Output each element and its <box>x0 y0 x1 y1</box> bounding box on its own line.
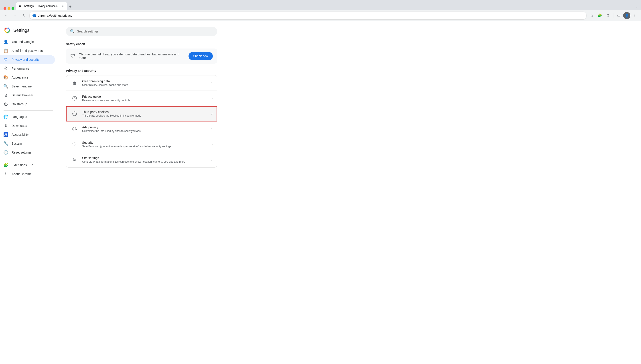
default-browser-icon: 🖥 <box>4 93 8 98</box>
tab-close-btn[interactable]: × <box>61 4 64 8</box>
extensions-btn[interactable]: 🧩 <box>596 12 604 19</box>
svg-point-13 <box>73 158 74 159</box>
search-input[interactable] <box>77 30 213 33</box>
google-logo <box>4 27 11 34</box>
site-settings-item[interactable]: Site settings Controls what information … <box>66 152 217 167</box>
sidebar-label-accessibility: Accessibility <box>12 133 28 136</box>
svg-point-7 <box>75 114 76 114</box>
ads-privacy-subtitle: Customise the info used by sites to show… <box>82 130 208 132</box>
sidebar-item-downloads[interactable]: ⬇ Downloads <box>0 121 55 130</box>
svg-point-5 <box>75 113 75 113</box>
sidebar-item-you-and-google[interactable]: 👤 You and Google <box>0 38 55 46</box>
sidebar-item-autofill[interactable]: 📋 Autofill and passwords <box>0 46 55 55</box>
main-area: Settings 👤 You and Google 📋 Autofill and… <box>0 21 641 364</box>
ads-privacy-item[interactable]: Ads privacy Customise the info used by s… <box>66 122 217 137</box>
startup-icon: ⏻ <box>4 102 8 106</box>
settings-gear-btn[interactable]: ⚙ <box>604 12 612 19</box>
svg-point-8 <box>72 127 76 131</box>
avatar: 👤 <box>624 13 629 18</box>
sidebar-item-system[interactable]: 🔧 System <box>0 139 55 148</box>
check-now-button[interactable]: Check now <box>188 52 213 60</box>
sidebar-item-default-browser[interactable]: 🖥 Default browser <box>0 91 55 100</box>
chevron-right-icon-5: › <box>212 142 212 146</box>
sidebar-toggle-btn[interactable]: ▭ <box>615 12 622 19</box>
sidebar-item-on-startup[interactable]: ⏻ On start-up <box>0 100 55 108</box>
sidebar-item-search[interactable]: 🔍 Search engine <box>0 82 55 91</box>
sidebar-label-appearance: Appearance <box>12 76 28 79</box>
clear-browsing-subtitle: Clear history, cookies, cache and more <box>82 84 208 86</box>
sidebar-nav-group-2: 🌐 Languages ⬇ Downloads ♿ Accessibility … <box>0 112 57 157</box>
security-shield-icon: 🛡 <box>70 140 78 148</box>
downloads-icon: ⬇ <box>4 124 8 128</box>
bookmark-btn[interactable]: ☆ <box>588 12 595 19</box>
security-icon: 🔵 <box>32 14 36 17</box>
puzzle-icon: 🧩 <box>598 13 602 18</box>
third-party-cookies-subtitle: Third-party cookies are blocked in Incog… <box>82 114 208 117</box>
svg-point-1 <box>72 96 76 100</box>
back-btn[interactable]: ← <box>3 12 10 19</box>
shield-icon: 🛡 <box>4 58 8 62</box>
sidebar-label-system: System <box>12 142 22 145</box>
autofill-icon: 📋 <box>4 48 8 53</box>
sidebar-item-about[interactable]: ℹ About Chrome <box>0 170 55 178</box>
chevron-right-icon-4: › <box>212 127 212 131</box>
sidebar-nav-group-1: 👤 You and Google 📋 Autofill and password… <box>0 38 57 108</box>
privacy-guide-icon <box>70 94 78 102</box>
settings-page-title: Settings <box>13 28 30 33</box>
profile-btn[interactable]: 👤 <box>623 12 630 19</box>
minimize-window-btn[interactable] <box>8 7 10 10</box>
svg-point-15 <box>74 160 74 161</box>
privacy-section-title: Privacy and security <box>66 69 632 72</box>
address-bar[interactable]: 🔵 chrome://settings/privacy <box>30 12 586 20</box>
address-text: chrome://settings/privacy <box>38 14 584 17</box>
sidebar-nav-group-3: 🧩 Extensions ↗ ℹ About Chrome <box>0 161 57 178</box>
back-icon: ← <box>4 14 8 18</box>
performance-icon: ⏱ <box>4 66 8 71</box>
external-link-icon: ↗ <box>31 164 34 167</box>
refresh-btn[interactable]: ↻ <box>20 12 28 19</box>
privacy-settings-list: 🗑 Clear browsing data Clear history, coo… <box>66 75 217 168</box>
safety-check-description: Chrome can help keep you safe from data … <box>79 52 185 60</box>
sidebar: Settings 👤 You and Google 📋 Autofill and… <box>0 21 57 364</box>
system-icon: 🔧 <box>4 141 8 146</box>
safety-shield-icon: 🛡 <box>70 53 75 59</box>
active-tab[interactable]: ⚙ Settings – Privacy and secu... × <box>16 2 67 10</box>
sidebar-item-accessibility[interactable]: ♿ Accessibility <box>0 130 55 139</box>
new-tab-btn[interactable]: + <box>67 4 74 10</box>
svg-point-14 <box>75 159 76 160</box>
security-item[interactable]: 🛡 Security Safe Browsing (protection fro… <box>66 137 217 152</box>
sidebar-item-reset[interactable]: 🕐 Reset settings <box>0 148 55 157</box>
svg-point-2 <box>74 98 75 99</box>
more-icon: ⋮ <box>633 13 636 18</box>
clear-browsing-data-item[interactable]: 🗑 Clear browsing data Clear history, coo… <box>66 76 217 91</box>
refresh-icon: ↻ <box>23 13 26 18</box>
appearance-icon: 🎨 <box>4 75 8 80</box>
chevron-right-icon-3: › <box>212 112 212 116</box>
cookies-icon <box>70 110 78 118</box>
extensions-nav-icon: 🧩 <box>4 163 8 167</box>
sidebar-item-languages[interactable]: 🌐 Languages <box>0 112 55 121</box>
maximize-window-btn[interactable] <box>12 7 14 10</box>
sidebar-label-about: About Chrome <box>12 172 32 176</box>
search-bar[interactable]: 🔍 <box>66 27 217 36</box>
sidebar-label-languages: Languages <box>12 115 27 118</box>
nav-divider <box>613 13 614 18</box>
privacy-guide-item[interactable]: Privacy guide Review key privacy and sec… <box>66 91 217 106</box>
close-window-btn[interactable] <box>4 7 6 10</box>
third-party-cookies-item[interactable]: Third-party cookies Third-party cookies … <box>66 106 217 122</box>
sidebar-item-extensions[interactable]: 🧩 Extensions ↗ <box>0 161 55 170</box>
sidebar-item-performance[interactable]: ⏱ Performance <box>0 64 55 73</box>
tab-strip-expand-btn[interactable]: ⌄ <box>634 4 639 10</box>
sidebar-item-appearance[interactable]: 🎨 Appearance <box>0 73 55 82</box>
person-icon: 👤 <box>4 40 8 44</box>
sidebar-item-privacy[interactable]: 🛡 Privacy and security <box>0 55 55 64</box>
about-icon: ℹ <box>4 172 8 176</box>
chevron-right-icon-2: › <box>212 96 212 100</box>
site-settings-title: Site settings <box>82 156 208 160</box>
clear-browsing-text: Clear browsing data Clear history, cooki… <box>82 80 208 86</box>
nav-bar: ← → ↻ 🔵 chrome://settings/privacy ☆ 🧩 ⚙ … <box>0 10 641 21</box>
chrome-menu-btn[interactable]: ⋮ <box>631 12 638 19</box>
forward-btn[interactable]: → <box>12 12 19 19</box>
content-area: 🔍 Safety check 🛡 Chrome can help keep yo… <box>57 21 641 364</box>
sidebar-icon: ▭ <box>617 13 620 18</box>
